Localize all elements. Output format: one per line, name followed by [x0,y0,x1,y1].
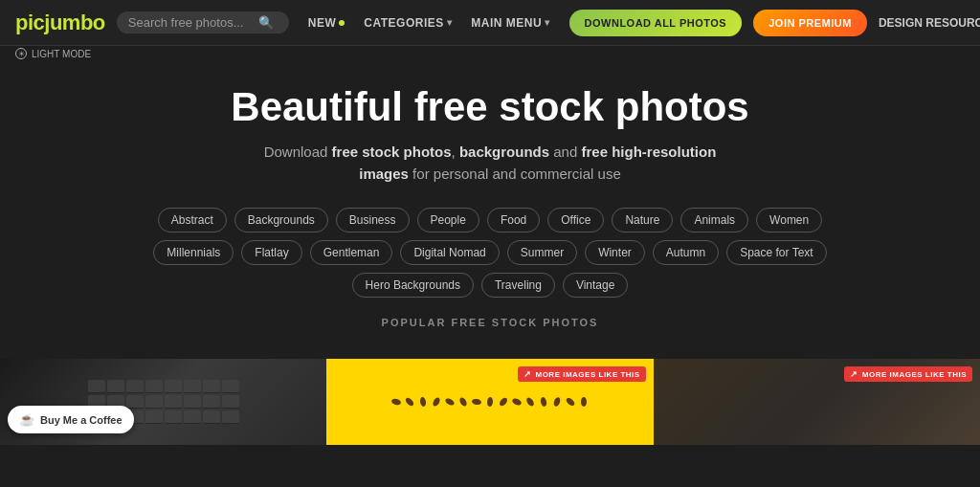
join-premium-button[interactable]: JOIN PREMIUM [753,10,867,36]
tag-backgrounds[interactable]: Backgrounds [234,208,328,232]
tag-space-for-text[interactable]: Space for Text [726,240,827,265]
key [107,380,124,393]
photo-card-3[interactable]: ↗ MORE IMAGES LIKE THIS [654,359,980,445]
tags-row-3: Hero Backgrounds Traveling Vintage [352,273,629,298]
nav-main-menu[interactable]: MAIN MENU ▾ [463,12,557,33]
badge-icon-3: ↗ [850,369,858,379]
bean [432,396,441,408]
bean [458,396,468,408]
hero-bold-1: free stock photos [332,144,452,160]
key [222,395,239,409]
tag-digital-nomad[interactable]: Digital Nomad [400,240,499,265]
key [203,380,220,393]
key [203,395,220,409]
tag-millennials[interactable]: Millennials [153,240,234,265]
bean [390,398,401,406]
navbar: picjumbo 🔍 NEW CATEGORIES ▾ MAIN MENU ▾ … [0,0,980,46]
tag-women[interactable]: Women [756,208,822,232]
key [88,380,105,393]
tag-abstract[interactable]: Abstract [158,208,227,232]
categories-arrow-icon: ▾ [447,17,453,28]
tags-row-1: Abstract Backgrounds Business People Foo… [158,208,822,232]
key [165,410,182,424]
light-mode-icon: ☀ [15,48,27,59]
search-icon: 🔍 [258,15,274,30]
nav-links: NEW CATEGORIES ▾ MAIN MENU ▾ [301,12,558,33]
light-mode-label: LIGHT MODE [32,49,91,59]
hero-subtitle: Download free stock photos, backgrounds … [251,142,729,185]
logo[interactable]: picjumbo [15,11,105,35]
tag-hero-backgrounds[interactable]: Hero Backgrounds [352,273,474,298]
bean [565,397,576,408]
hero-bold-2: backgrounds [459,144,549,160]
key [145,410,163,424]
nav-categories[interactable]: CATEGORIES ▾ [356,12,459,33]
key [184,395,201,409]
badge-label-3: MORE IMAGES LIKE THIS [862,370,967,379]
popular-label: POPULAR FREE STOCK PHOTOS [382,317,599,328]
tag-summer[interactable]: Summer [507,240,577,265]
coffee-cup-icon: ☕ [19,412,34,427]
tag-flatlay[interactable]: Flatlay [241,240,301,265]
tag-office[interactable]: Office [547,208,604,232]
bean [487,397,494,407]
hero-section: Beautiful free stock photos Download fre… [0,46,980,359]
coffee-btn-label: Buy Me a Coffee [40,414,122,426]
tag-autumn[interactable]: Autumn [653,240,719,265]
bean [540,397,547,408]
tag-animals[interactable]: Animals [680,208,748,232]
bean [511,397,523,407]
download-all-button[interactable]: DOWNLOAD ALL PHOTOS [569,10,743,36]
bean [581,397,587,407]
key [222,380,239,393]
key [165,380,182,393]
key [145,380,163,393]
bean [444,397,456,407]
badge-icon: ↗ [523,369,532,379]
key [126,395,144,409]
key [165,395,182,409]
main-content: ↗ MORE IMAGES LIKE THIS ↗ MORE IMAGES LI… [0,359,980,445]
tag-business[interactable]: Business [336,208,410,232]
tag-nature[interactable]: Nature [612,208,673,232]
light-mode-badge[interactable]: ☀ LIGHT MODE [15,48,91,59]
photo-card-2[interactable]: ↗ MORE IMAGES LIKE THIS [326,359,653,445]
search-input[interactable] [128,15,253,30]
tag-food[interactable]: Food [487,208,540,232]
buy-me-coffee-button[interactable]: ☕ Buy Me a Coffee [8,406,134,433]
bean [404,397,414,408]
photo-grid: ↗ MORE IMAGES LIKE THIS ↗ MORE IMAGES LI… [0,359,980,445]
tag-winter[interactable]: Winter [585,240,645,265]
key [184,380,201,393]
photo-badge-3[interactable]: ↗ MORE IMAGES LIKE THIS [844,366,972,382]
tag-traveling[interactable]: Traveling [481,273,555,298]
key [222,410,239,424]
tags-row-2: Millennials Flatlay Gentleman Digital No… [153,240,826,265]
tag-gentleman[interactable]: Gentleman [310,240,393,265]
tag-people[interactable]: People [417,208,479,232]
photo-badge-2[interactable]: ↗ MORE IMAGES LIKE THIS [518,366,646,382]
key [203,410,220,424]
bean [498,397,508,409]
badge-label: MORE IMAGES LIKE THIS [535,370,639,379]
bean [525,396,536,408]
nav-new[interactable]: NEW [301,12,353,33]
bean [472,398,482,406]
search-bar: 🔍 [117,11,289,33]
main-menu-arrow-icon: ▾ [545,17,550,28]
new-dot [339,20,345,26]
key [184,410,201,424]
design-resources-link[interactable]: DESIGN RESOURCES [879,16,980,30]
key [145,395,163,409]
bean [419,397,427,408]
tag-vintage[interactable]: Vintage [563,273,628,298]
bean [552,397,561,408]
key [126,380,144,393]
hero-title: Beautiful free stock photos [231,84,748,130]
tags-container: Abstract Backgrounds Business People Foo… [153,208,826,298]
